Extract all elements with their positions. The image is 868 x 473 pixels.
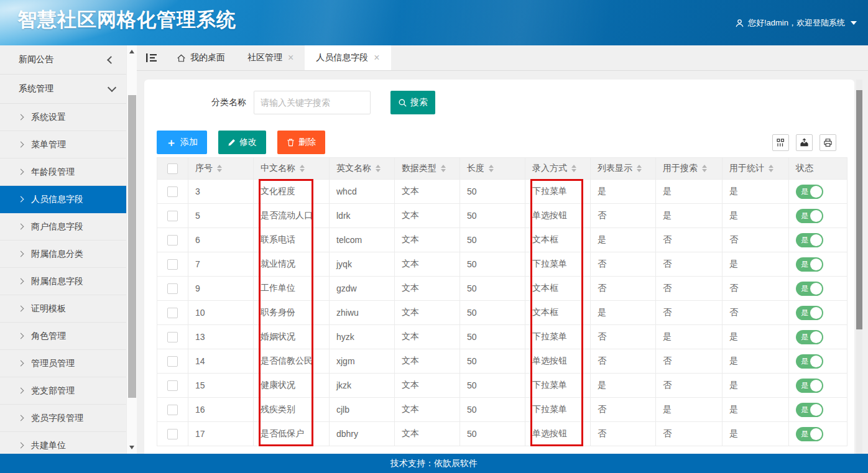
- search-input[interactable]: [254, 91, 371, 114]
- search-button[interactable]: 搜索: [390, 91, 435, 114]
- status-toggle[interactable]: 是: [796, 282, 823, 296]
- add-button[interactable]: ＋ 添加: [157, 131, 207, 154]
- sidebar-item[interactable]: 共建单位: [0, 432, 126, 454]
- status-toggle[interactable]: 是: [796, 257, 823, 272]
- status-toggle[interactable]: 是: [796, 209, 823, 223]
- sidebar: 新闻公告 系统管理 系统设置菜单管理年龄段管理人员信息字段商户信息字段附属信息分…: [0, 45, 137, 454]
- row-checkbox[interactable]: [167, 259, 178, 270]
- sort-icon[interactable]: [489, 165, 494, 172]
- cell-status: 是: [789, 228, 847, 252]
- sidebar-item[interactable]: 附属信息分类: [0, 241, 126, 268]
- sidebar-item[interactable]: 角色管理: [0, 323, 126, 350]
- row-checkbox[interactable]: [167, 405, 178, 415]
- sidebar-item[interactable]: 党员字段管理: [0, 405, 126, 432]
- cell-list: 否: [591, 325, 656, 349]
- sort-icon[interactable]: [300, 165, 305, 172]
- column-header[interactable]: 列表显示: [591, 158, 656, 180]
- cell-len: 50: [460, 228, 525, 252]
- row-checkbox[interactable]: [167, 211, 178, 221]
- sort-icon[interactable]: [571, 165, 576, 172]
- column-header[interactable]: 用于统计: [723, 158, 789, 180]
- sidebar-item[interactable]: 人员信息字段: [0, 186, 126, 213]
- row-checkbox[interactable]: [167, 186, 178, 197]
- sort-icon[interactable]: [637, 165, 642, 172]
- column-header[interactable]: 用于搜索: [656, 158, 723, 180]
- tab-community-mgmt[interactable]: 社区管理 ×: [236, 45, 305, 70]
- status-toggle[interactable]: 是: [796, 185, 823, 199]
- cell-len: 50: [460, 349, 525, 374]
- scrollbar-thumb[interactable]: [128, 95, 136, 398]
- search-form: 分类名称 搜索: [144, 80, 854, 114]
- tab-my-desktop[interactable]: 我的桌面: [165, 45, 236, 70]
- sidebar-collapse-button[interactable]: [137, 45, 165, 70]
- cell-search: 否: [656, 277, 723, 301]
- cell-checkbox: [157, 325, 188, 349]
- column-header[interactable]: 长度: [460, 158, 525, 180]
- cell-cn: 联系电话: [254, 228, 330, 252]
- chevron-right-icon: [18, 114, 24, 121]
- sidebar-item-label: 人员信息字段: [31, 194, 83, 205]
- content-scrollbar[interactable]: [856, 80, 862, 454]
- sidebar-item[interactable]: 菜单管理: [0, 131, 126, 158]
- column-header[interactable]: 中文名称: [254, 158, 330, 180]
- sidebar-item[interactable]: 党支部管理: [0, 377, 126, 405]
- sort-icon[interactable]: [702, 165, 707, 172]
- cell-len: 50: [460, 398, 525, 422]
- sidebar-item[interactable]: 附属信息字段: [0, 268, 126, 295]
- status-toggle[interactable]: 是: [796, 330, 823, 344]
- select-all-checkbox[interactable]: [167, 163, 178, 174]
- scroll-down-icon[interactable]: [129, 446, 134, 449]
- column-label: 长度: [467, 163, 484, 174]
- sort-icon[interactable]: [769, 165, 773, 172]
- tab-bar: 我的桌面 社区管理 × 人员信息字段 ×: [137, 45, 868, 71]
- sidebar-item-news[interactable]: 新闻公告: [0, 45, 126, 75]
- cell-cn: 文化程度: [254, 180, 330, 204]
- sort-icon[interactable]: [376, 165, 381, 172]
- status-toggle[interactable]: 是: [796, 306, 823, 320]
- sidebar-item[interactable]: 年龄段管理: [0, 158, 126, 186]
- sidebar-item[interactable]: 管理员管理: [0, 350, 126, 377]
- export-button[interactable]: [796, 134, 813, 151]
- column-header[interactable]: 录入方式: [525, 158, 591, 180]
- row-checkbox[interactable]: [167, 235, 178, 246]
- toggle-knob: [810, 428, 822, 440]
- cell-seq: 13: [188, 325, 254, 349]
- row-checkbox[interactable]: [167, 380, 178, 391]
- delete-button[interactable]: 删除: [277, 131, 325, 154]
- sidebar-item[interactable]: 系统设置: [0, 104, 126, 131]
- row-checkbox[interactable]: [167, 332, 178, 342]
- sort-icon[interactable]: [441, 165, 446, 172]
- scroll-up-icon[interactable]: [129, 50, 134, 53]
- close-icon[interactable]: ×: [374, 53, 379, 63]
- status-toggle[interactable]: 是: [796, 403, 823, 417]
- cell-len: 50: [460, 325, 525, 349]
- sidebar-item[interactable]: 商户信息字段: [0, 213, 126, 241]
- status-toggle[interactable]: 是: [796, 427, 823, 441]
- close-icon[interactable]: ×: [288, 53, 293, 63]
- cell-type: 文本: [395, 252, 460, 277]
- column-header[interactable]: 序号: [188, 158, 254, 180]
- sidebar-item[interactable]: 证明模板: [0, 295, 126, 323]
- edit-button[interactable]: 修改: [218, 131, 266, 154]
- scrollbar-thumb[interactable]: [856, 90, 862, 329]
- print-button[interactable]: [820, 134, 836, 151]
- user-menu[interactable]: 您好!admin，欢迎登陆系统: [735, 17, 857, 29]
- row-checkbox[interactable]: [167, 308, 178, 318]
- sidebar-item-system[interactable]: 系统管理: [0, 75, 126, 104]
- row-checkbox[interactable]: [167, 356, 178, 367]
- cell-input: 单选按钮: [525, 422, 591, 446]
- status-toggle[interactable]: 是: [796, 354, 823, 369]
- column-header[interactable]: 数据类型: [395, 158, 460, 180]
- table-row: 6联系电话telcom文本50文本框是否否是: [157, 228, 847, 252]
- sort-icon[interactable]: [217, 165, 222, 172]
- status-toggle[interactable]: 是: [796, 379, 823, 393]
- tab-person-info-fields[interactable]: 人员信息字段 ×: [305, 45, 390, 70]
- column-header[interactable]: 英文名称: [330, 158, 395, 180]
- filter-columns-button[interactable]: [772, 134, 789, 151]
- toggle-label: 是: [801, 429, 808, 439]
- sidebar-scrollbar[interactable]: [126, 45, 137, 454]
- row-checkbox[interactable]: [167, 429, 178, 439]
- row-checkbox[interactable]: [167, 283, 178, 294]
- cell-len: 50: [460, 277, 525, 301]
- status-toggle[interactable]: 是: [796, 233, 823, 247]
